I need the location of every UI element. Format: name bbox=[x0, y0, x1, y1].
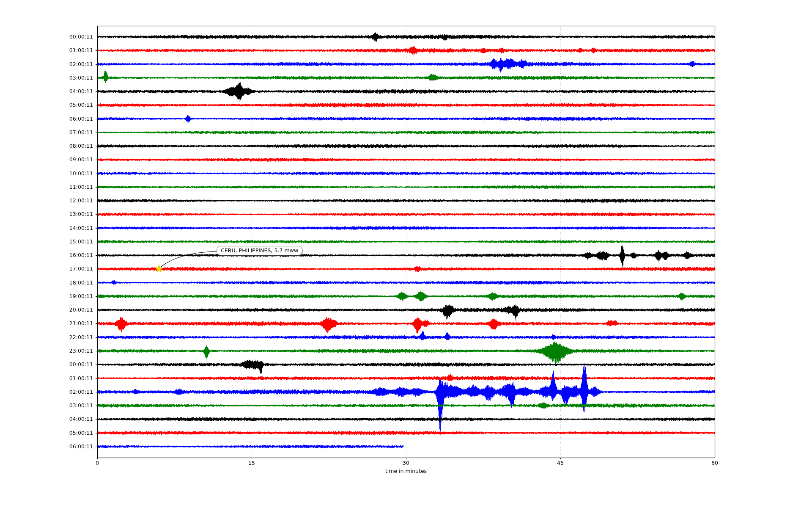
y-tick-label: 22:00:11 bbox=[17, 334, 93, 341]
x-tick-label: 0 bbox=[85, 460, 110, 466]
y-tick-label: 17:00:11 bbox=[17, 265, 93, 272]
y-tick-label: 18:00:11 bbox=[17, 279, 93, 286]
y-tick-label: 01:00:11 bbox=[17, 375, 93, 382]
x-axis-title: time in minutes bbox=[97, 468, 715, 474]
y-tick-label: 06:00:11 bbox=[17, 116, 93, 122]
y-tick-label: 12:00:11 bbox=[17, 197, 93, 204]
y-tick-label: 00:00:11 bbox=[17, 33, 93, 40]
y-tick-label: 08:00:11 bbox=[17, 143, 93, 149]
helicorder-canvas bbox=[0, 0, 812, 508]
y-tick-label: 02:00:11 bbox=[17, 61, 93, 68]
y-tick-label: 06:00:11 bbox=[17, 443, 93, 450]
y-tick-label: 05:00:11 bbox=[17, 430, 93, 436]
x-tick-label: 45 bbox=[548, 460, 573, 466]
y-tick-label: 09:00:11 bbox=[17, 156, 93, 163]
y-tick-label: 10:00:11 bbox=[17, 170, 93, 177]
y-tick-label: 13:00:11 bbox=[17, 211, 93, 218]
x-tick-label: 15 bbox=[239, 460, 264, 466]
y-tick-label: 20:00:11 bbox=[17, 306, 93, 313]
event-annotation-label: CEBU, PHILIPPINES, 5.7 mww bbox=[221, 247, 298, 254]
y-tick-label: 23:00:11 bbox=[17, 348, 93, 354]
y-tick-label: 07:00:11 bbox=[17, 129, 93, 136]
y-tick-label: 01:00:11 bbox=[17, 47, 93, 54]
y-tick-label: 03:00:11 bbox=[17, 402, 93, 409]
x-tick-label: 60 bbox=[702, 460, 727, 466]
y-tick-label: 19:00:11 bbox=[17, 293, 93, 300]
y-tick-label: 03:00:11 bbox=[17, 75, 93, 81]
y-tick-label: 04:00:11 bbox=[17, 88, 93, 95]
x-tick-label: 30 bbox=[393, 460, 419, 466]
y-tick-label: 05:00:11 bbox=[17, 102, 93, 108]
y-tick-label: 14:00:11 bbox=[17, 225, 93, 232]
y-tick-label: 02:00:11 bbox=[17, 389, 93, 395]
y-tick-label: 11:00:11 bbox=[17, 184, 93, 190]
y-tick-label: 00:00:11 bbox=[17, 361, 93, 368]
seismogram-figure: US.EDHPI.00.BHZ 00:00:1101:00:1102:00:11… bbox=[0, 0, 812, 508]
y-tick-label: 21:00:11 bbox=[17, 320, 93, 327]
event-annotation-box: CEBU, PHILIPPINES, 5.7 mww bbox=[217, 246, 302, 255]
y-tick-label: 04:00:11 bbox=[17, 416, 93, 422]
y-tick-label: 15:00:11 bbox=[17, 238, 93, 245]
y-tick-label: 16:00:11 bbox=[17, 252, 93, 259]
